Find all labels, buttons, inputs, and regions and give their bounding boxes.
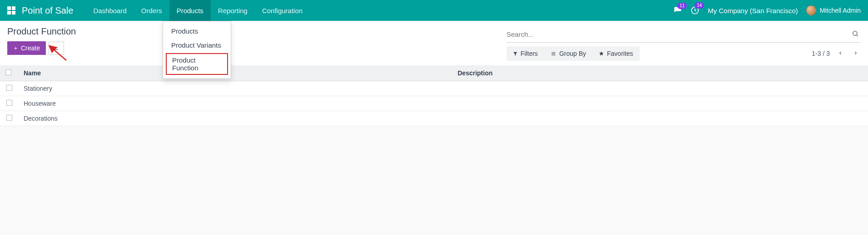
- nav-configuration[interactable]: Configuration: [255, 0, 310, 21]
- pager-prev[interactable]: [835, 48, 845, 59]
- search-input[interactable]: [506, 30, 850, 38]
- groupby-label: Group By: [559, 50, 586, 57]
- nav-dashboard[interactable]: Dashboard: [86, 0, 134, 21]
- pager-next[interactable]: [851, 48, 861, 59]
- header-name[interactable]: Name: [18, 65, 452, 81]
- user-menu[interactable]: Mitchell Admin: [806, 5, 861, 15]
- header-checkbox-cell: [0, 65, 18, 81]
- user-name: Mitchell Admin: [820, 7, 861, 14]
- nav-orders[interactable]: Orders: [134, 0, 169, 21]
- dropdown-item-products[interactable]: Products: [163, 24, 231, 38]
- list-icon: [551, 51, 556, 56]
- row-checkbox[interactable]: [6, 85, 12, 91]
- funnel-icon: [513, 51, 518, 56]
- table-row[interactable]: Houseware: [0, 96, 868, 111]
- svg-line-4: [857, 35, 858, 36]
- apps-icon[interactable]: [7, 6, 15, 15]
- brand-title[interactable]: Point of Sale: [22, 5, 73, 16]
- table-row[interactable]: Decorations: [0, 111, 868, 126]
- cell-name: Decorations: [18, 111, 452, 126]
- favorites-button[interactable]: Favorites: [593, 47, 639, 60]
- company-switcher[interactable]: My Company (San Francisco): [708, 7, 798, 15]
- page-title: Product Function: [7, 26, 76, 37]
- cell-name: Houseware: [18, 96, 452, 111]
- pager: 1-3 / 3: [812, 48, 861, 59]
- row-checkbox[interactable]: [6, 100, 12, 106]
- cell-description: [452, 111, 868, 126]
- search-icon[interactable]: [850, 28, 861, 40]
- star-icon: [599, 51, 604, 56]
- cell-description: [452, 96, 868, 111]
- header-description[interactable]: Description: [452, 65, 868, 81]
- cell-description: [452, 81, 868, 96]
- table-row[interactable]: Stationery: [0, 81, 868, 96]
- activity-icon[interactable]: 14: [690, 6, 699, 15]
- search-bar: [506, 26, 861, 43]
- conversations-badge: 11: [677, 3, 687, 9]
- topnav: Point of Sale Dashboard Orders Products …: [0, 0, 868, 21]
- groupby-button[interactable]: Group By: [545, 47, 591, 60]
- nav-reporting[interactable]: Reporting: [211, 0, 255, 21]
- download-icon: [53, 44, 60, 51]
- favorites-label: Favorites: [607, 50, 633, 57]
- dropdown-item-variants[interactable]: Product Variants: [163, 38, 231, 52]
- plus-icon: [13, 46, 18, 51]
- create-button[interactable]: Create: [7, 41, 46, 55]
- products-dropdown: Products Product Variants Product Functi…: [163, 21, 231, 79]
- activity-badge: 14: [694, 2, 704, 9]
- filters-button[interactable]: Filters: [507, 47, 543, 60]
- filters-label: Filters: [521, 50, 538, 57]
- svg-point-3: [853, 31, 857, 35]
- select-all-checkbox[interactable]: [5, 69, 11, 75]
- chevron-left-icon: [838, 50, 843, 56]
- create-button-label: Create: [21, 44, 40, 52]
- chevron-right-icon: [853, 50, 858, 56]
- filter-group: Filters Group By Favorites: [506, 46, 640, 61]
- control-bar: Product Function Create: [0, 21, 868, 65]
- cell-name: Stationery: [18, 81, 452, 96]
- conversations-icon[interactable]: 11: [673, 6, 682, 15]
- nav-right: 11 14 My Company (San Francisco) Mitchel…: [673, 5, 861, 15]
- pager-range: 1-3 / 3: [812, 50, 830, 57]
- nav-products[interactable]: Products: [169, 0, 211, 21]
- avatar: [806, 5, 816, 15]
- dropdown-item-function[interactable]: Product Function: [166, 53, 228, 75]
- records-table: Name Description Stationery Houseware De…: [0, 65, 868, 126]
- import-button[interactable]: [49, 42, 64, 55]
- row-checkbox[interactable]: [6, 115, 12, 121]
